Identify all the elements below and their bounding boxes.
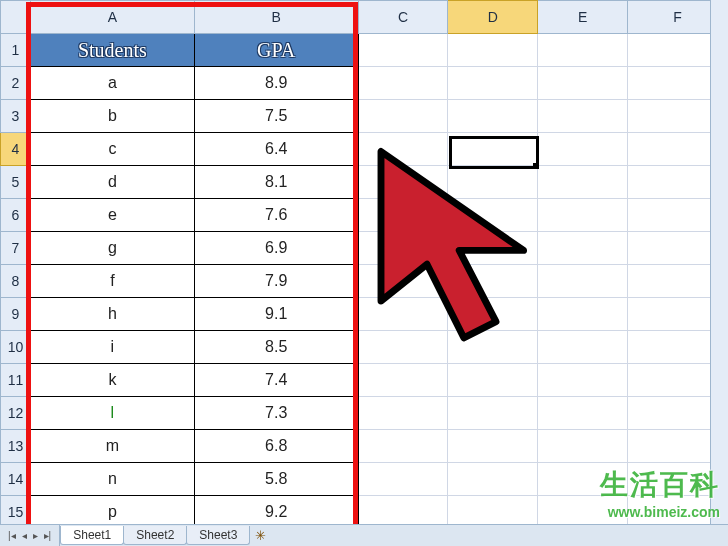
- cell-C4[interactable]: [358, 133, 448, 166]
- cell-B1[interactable]: GPA: [194, 34, 358, 67]
- cell-D6[interactable]: [448, 199, 538, 232]
- row-header-7[interactable]: 7: [1, 232, 31, 265]
- row-header-12[interactable]: 12: [1, 397, 31, 430]
- col-header-E[interactable]: E: [538, 1, 628, 34]
- col-header-A[interactable]: A: [30, 1, 194, 34]
- sheet-tab-sheet3[interactable]: Sheet3: [186, 526, 250, 545]
- cell-E6[interactable]: [538, 199, 628, 232]
- row-header-1[interactable]: 1: [1, 34, 31, 67]
- cell-D2[interactable]: [448, 67, 538, 100]
- cell-A14[interactable]: n: [30, 463, 194, 496]
- cell-E7[interactable]: [538, 232, 628, 265]
- spreadsheet-grid[interactable]: ABCDEF1StudentsGPA2a8.93b7.54c6.45d8.16e…: [0, 0, 728, 546]
- cell-B11[interactable]: 7.4: [194, 364, 358, 397]
- row-header-2[interactable]: 2: [1, 67, 31, 100]
- row-header-8[interactable]: 8: [1, 265, 31, 298]
- cell-E5[interactable]: [538, 166, 628, 199]
- cell-B3[interactable]: 7.5: [194, 100, 358, 133]
- sheet-tab-sheet2[interactable]: Sheet2: [123, 526, 187, 545]
- cell-E2[interactable]: [538, 67, 628, 100]
- cell-B7[interactable]: 6.9: [194, 232, 358, 265]
- tab-nav-prev-icon[interactable]: ◂: [20, 530, 29, 541]
- cell-E12[interactable]: [538, 397, 628, 430]
- cell-B9[interactable]: 9.1: [194, 298, 358, 331]
- row-header-4[interactable]: 4: [1, 133, 31, 166]
- cell-B14[interactable]: 5.8: [194, 463, 358, 496]
- cell-A9[interactable]: h: [30, 298, 194, 331]
- cell-D3[interactable]: [448, 100, 538, 133]
- cell-B4[interactable]: 6.4: [194, 133, 358, 166]
- cell-D10[interactable]: [448, 331, 538, 364]
- cell-D13[interactable]: [448, 430, 538, 463]
- cell-E1[interactable]: [538, 34, 628, 67]
- cell-E13[interactable]: [538, 430, 628, 463]
- vertical-scrollbar[interactable]: [710, 0, 728, 524]
- tab-nav-last-icon[interactable]: ▸|: [42, 530, 54, 541]
- cell-D7[interactable]: [448, 232, 538, 265]
- row-header-10[interactable]: 10: [1, 331, 31, 364]
- cell-C12[interactable]: [358, 397, 448, 430]
- cell-A11[interactable]: k: [30, 364, 194, 397]
- cell-B8[interactable]: 7.9: [194, 265, 358, 298]
- row-header-3[interactable]: 3: [1, 100, 31, 133]
- row-header-6[interactable]: 6: [1, 199, 31, 232]
- cell-A13[interactable]: m: [30, 430, 194, 463]
- select-all-corner[interactable]: [1, 1, 31, 34]
- cell-D8[interactable]: [448, 265, 538, 298]
- cell-A12[interactable]: l: [30, 397, 194, 430]
- tab-nav-first-icon[interactable]: |◂: [6, 530, 18, 541]
- cell-E4[interactable]: [538, 133, 628, 166]
- row-header-11[interactable]: 11: [1, 364, 31, 397]
- cell-A5[interactable]: d: [30, 166, 194, 199]
- cell-C9[interactable]: [358, 298, 448, 331]
- cell-A1[interactable]: Students: [30, 34, 194, 67]
- cell-B2[interactable]: 8.9: [194, 67, 358, 100]
- cell-E9[interactable]: [538, 298, 628, 331]
- col-header-B[interactable]: B: [194, 1, 358, 34]
- cell-C2[interactable]: [358, 67, 448, 100]
- cell-C6[interactable]: [358, 199, 448, 232]
- row-header-9[interactable]: 9: [1, 298, 31, 331]
- cell-C13[interactable]: [358, 430, 448, 463]
- cell-C7[interactable]: [358, 232, 448, 265]
- cell-E3[interactable]: [538, 100, 628, 133]
- cell-A3[interactable]: b: [30, 100, 194, 133]
- cell-A4[interactable]: c: [30, 133, 194, 166]
- cell-E8[interactable]: [538, 265, 628, 298]
- cell-D14[interactable]: [448, 463, 538, 496]
- tab-nav-next-icon[interactable]: ▸: [31, 530, 40, 541]
- cell-D1[interactable]: [448, 34, 538, 67]
- cell-C1[interactable]: [358, 34, 448, 67]
- row-header-14[interactable]: 14: [1, 463, 31, 496]
- cell-D4[interactable]: [448, 133, 538, 166]
- row-header-13[interactable]: 13: [1, 430, 31, 463]
- cell-A6[interactable]: e: [30, 199, 194, 232]
- cell-C8[interactable]: [358, 265, 448, 298]
- cell-D12[interactable]: [448, 397, 538, 430]
- col-header-C[interactable]: C: [358, 1, 448, 34]
- cell-D9[interactable]: [448, 298, 538, 331]
- cell-B12[interactable]: 7.3: [194, 397, 358, 430]
- cell-B6[interactable]: 7.6: [194, 199, 358, 232]
- cell-E10[interactable]: [538, 331, 628, 364]
- col-header-D[interactable]: D: [448, 1, 538, 34]
- cell-C3[interactable]: [358, 100, 448, 133]
- cell-E14[interactable]: [538, 463, 628, 496]
- cell-A7[interactable]: g: [30, 232, 194, 265]
- cell-B13[interactable]: 6.8: [194, 430, 358, 463]
- cell-D5[interactable]: [448, 166, 538, 199]
- cell-C10[interactable]: [358, 331, 448, 364]
- cell-A10[interactable]: i: [30, 331, 194, 364]
- cell-D11[interactable]: [448, 364, 538, 397]
- cell-E11[interactable]: [538, 364, 628, 397]
- cell-A8[interactable]: f: [30, 265, 194, 298]
- cell-B5[interactable]: 8.1: [194, 166, 358, 199]
- cell-B10[interactable]: 8.5: [194, 331, 358, 364]
- sheet-tab-sheet1[interactable]: Sheet1: [60, 526, 124, 545]
- cell-C14[interactable]: [358, 463, 448, 496]
- cell-A2[interactable]: a: [30, 67, 194, 100]
- row-header-5[interactable]: 5: [1, 166, 31, 199]
- new-sheet-icon[interactable]: ✳: [249, 526, 272, 545]
- cell-C11[interactable]: [358, 364, 448, 397]
- cell-C5[interactable]: [358, 166, 448, 199]
